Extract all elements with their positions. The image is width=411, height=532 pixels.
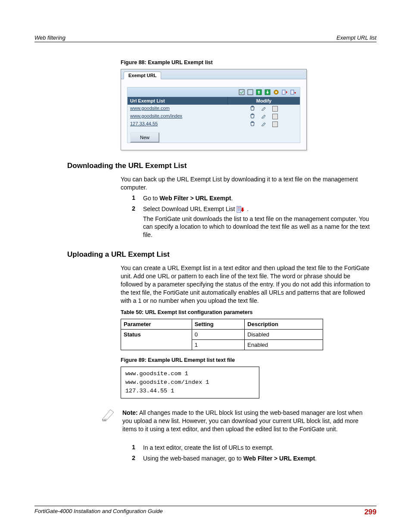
heading-uploading: Uploading a URL Exempt List xyxy=(67,250,377,259)
svg-rect-7 xyxy=(291,90,294,94)
note-block: Note: All changes made to the URL block … xyxy=(100,406,372,436)
step-2: 2 Select Download URL Exempt List . The … xyxy=(121,205,372,240)
step-text: Select Download URL Exempt List . The Fo… xyxy=(143,205,372,240)
th-parameter: Parameter xyxy=(121,319,192,329)
grid-header-modify: Modify xyxy=(228,97,300,105)
footer-guide: FortiGate-4000 Installation and Configur… xyxy=(34,508,163,516)
step-1: 1 Go to Web Filter > URL Exempt. xyxy=(121,194,372,202)
grid-header-url: Url Exempt List xyxy=(128,97,228,105)
td-desc: Disabled xyxy=(245,329,323,339)
downloading-intro: You can back up the URL Exempt List by d… xyxy=(121,175,372,192)
enable-checkbox[interactable] xyxy=(272,106,278,112)
table50-caption: Table 50: URL Exempt list configuration … xyxy=(121,309,372,315)
example-text-file: www.goodsite.com 1 www.goodsite.com/inde… xyxy=(121,367,259,399)
enable-checkbox[interactable] xyxy=(272,121,278,127)
step-text: Go to Web Filter > URL Exempt. xyxy=(143,194,372,202)
code-line: www.goodsite.com 1 xyxy=(125,370,255,378)
running-header: Web filtering Exempt URL list xyxy=(34,34,377,42)
delete-icon[interactable] xyxy=(250,121,255,127)
table50: Parameter Setting Description Status 0 D… xyxy=(121,319,323,350)
step-text: Using the web-based manager, go to Web F… xyxy=(143,454,372,463)
uploading-intro: You can create a URL Exempt list in a te… xyxy=(121,264,372,305)
tab-exempt-url[interactable]: Exempt URL xyxy=(124,72,161,79)
grid-header: Url Exempt List Modify xyxy=(128,97,300,105)
running-footer: FortiGate-4000 Installation and Configur… xyxy=(34,506,377,516)
url-link[interactable]: www.goodsite.com/index xyxy=(128,113,227,119)
toolbar-gear-icon[interactable] xyxy=(273,89,279,95)
edit-icon[interactable] xyxy=(261,121,266,127)
heading-downloading: Downloading the URL Exempt List xyxy=(67,162,377,170)
svg-point-5 xyxy=(275,91,277,93)
td-param: Status xyxy=(121,329,192,350)
new-button[interactable]: New xyxy=(130,132,159,143)
delete-icon[interactable] xyxy=(250,113,255,119)
code-line: 127.33.44.55 1 xyxy=(125,387,255,395)
note-icon xyxy=(100,406,116,436)
svg-rect-8 xyxy=(237,206,241,212)
toolbar xyxy=(128,87,300,97)
svg-rect-0 xyxy=(239,90,244,95)
grid-row: www.goodsite.com/index xyxy=(128,112,300,120)
step-number: 2 xyxy=(121,205,143,240)
grid-row: 127.33.44.55 xyxy=(128,120,300,128)
th-setting: Setting xyxy=(192,319,245,329)
step-number: 1 xyxy=(121,194,143,202)
header-right: Exempt URL list xyxy=(336,34,377,41)
toolbar-uncheckall-icon[interactable] xyxy=(247,89,253,95)
exempt-panel: Url Exempt List Modify www.goodsite.com … xyxy=(127,87,300,143)
figure88-caption: Figure 88: Example URL Exempt list xyxy=(121,59,372,65)
toolbar-up-arrow-icon[interactable] xyxy=(256,89,262,95)
footer-page-number: 299 xyxy=(364,508,377,516)
svg-rect-6 xyxy=(282,90,285,94)
step-1b: 1 In a text editor, create the list of U… xyxy=(121,444,372,452)
figure89-caption: Figure 89: Example URL Emempt list text … xyxy=(121,357,372,363)
toolbar-upload-icon[interactable] xyxy=(282,89,288,95)
toolbar-down-arrow-icon[interactable] xyxy=(265,89,271,95)
grid-row: www.goodsite.com xyxy=(128,105,300,112)
toolbar-checkall-icon[interactable] xyxy=(239,89,245,95)
td-setting: 1 xyxy=(192,339,245,350)
step-number: 2 xyxy=(121,454,143,463)
delete-icon[interactable] xyxy=(250,106,255,112)
td-setting: 0 xyxy=(192,329,245,339)
edit-icon[interactable] xyxy=(261,106,266,112)
step-2b: 2 Using the web-based manager, go to Web… xyxy=(121,454,372,463)
toolbar-download-icon[interactable] xyxy=(290,89,296,95)
enable-checkbox[interactable] xyxy=(272,114,278,119)
url-link[interactable]: www.goodsite.com xyxy=(128,106,227,112)
td-desc: Enabled xyxy=(245,339,323,350)
download-list-icon xyxy=(237,205,245,212)
th-description: Description xyxy=(245,319,323,329)
exempt-url-screenshot: Exempt URL Url Exempt List Modify xyxy=(121,69,307,150)
step-number: 1 xyxy=(121,444,143,452)
step-continuation: The FortiGate unit downloads the list to… xyxy=(143,215,372,240)
url-link[interactable]: 127.33.44.55 xyxy=(128,121,227,127)
note-text: Note: All changes made to the URL block … xyxy=(122,409,372,433)
tab-bar: Exempt URL xyxy=(121,69,306,79)
svg-rect-1 xyxy=(248,90,253,95)
header-left: Web filtering xyxy=(34,34,65,41)
page: Web filtering Exempt URL list Figure 88:… xyxy=(0,0,411,532)
edit-icon[interactable] xyxy=(261,113,266,119)
step-text: In a text editor, create the list of URL… xyxy=(143,444,372,452)
code-line: www.goodsite.com/index 1 xyxy=(125,378,255,387)
